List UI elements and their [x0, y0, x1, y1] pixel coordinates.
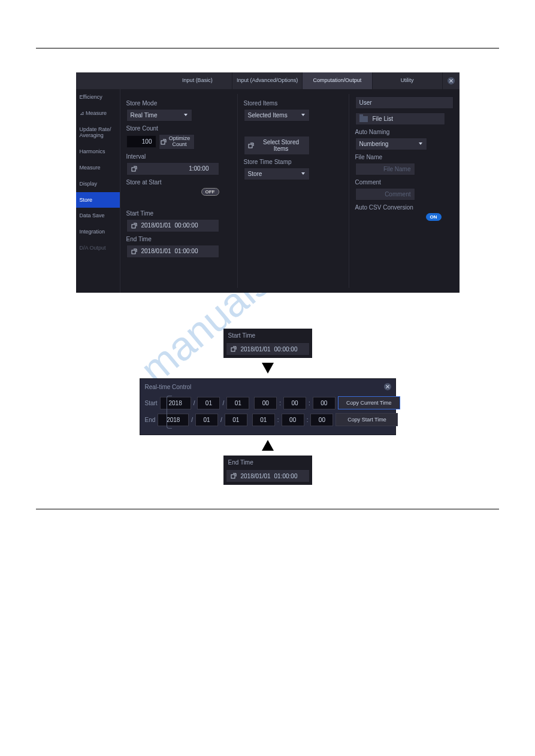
file-list-button[interactable]: File List: [355, 113, 445, 125]
panel-col2: Stored Items Selected Items Select Store…: [238, 94, 349, 288]
end-time-mini-field[interactable]: 2018/01/01 01:00:00: [226, 469, 310, 482]
realtime-illustration: Start Time 2018/01/01 00:00:00 Real-time…: [36, 329, 499, 485]
start-month[interactable]: 01: [197, 397, 220, 409]
row-bracket: [167, 396, 172, 429]
arrow-up-icon: [262, 440, 274, 451]
copy-current-time-button[interactable]: Copy Current Time: [338, 396, 400, 409]
config-panel: Input (Basic) Input (Advanced/Options) C…: [76, 72, 460, 293]
optimize-count-button[interactable]: Optimize Count: [159, 134, 195, 150]
divider-top: [36, 48, 499, 48]
input-store-count[interactable]: 100: [126, 135, 156, 148]
start-sec[interactable]: 00: [313, 397, 335, 409]
panel-col1: Store Mode Real Time Store Count 100 Opt…: [120, 94, 238, 288]
svg-rect-1: [161, 141, 165, 144]
label-store-mode: Store Mode: [126, 100, 231, 107]
tab-input-adv[interactable]: Input (Advanced/Options): [232, 72, 303, 89]
popout-icon: [248, 142, 255, 149]
start-time-mini: Start Time 2018/01/01 00:00:00: [223, 329, 312, 358]
start-time-mini-field[interactable]: 2018/01/01 00:00:00: [226, 342, 310, 356]
panel-col3: User File List Auto Naming Numbering Fil…: [349, 94, 460, 288]
close-icon[interactable]: [383, 382, 392, 392]
label-auto-naming: Auto Naming: [355, 129, 454, 135]
rtc-start-row: Start 2018/ 01/ 01 00: 00: 00 Copy Curre…: [145, 396, 391, 409]
interval-field[interactable]: 1:00:00: [126, 162, 219, 175]
label-comment: Comment: [355, 179, 454, 186]
label-start-time-mini: Start Time: [226, 331, 310, 342]
popout-icon: [131, 222, 138, 229]
toggle-auto-csv[interactable]: ON: [426, 213, 442, 221]
popout-icon: [230, 345, 237, 353]
start-min[interactable]: 00: [283, 397, 306, 409]
rtc-end-label: End: [145, 417, 156, 423]
dropdown-time-stamp[interactable]: Store: [244, 168, 310, 180]
rtc-start-label: Start: [145, 400, 158, 406]
popout-icon: [131, 165, 138, 172]
label-auto-csv: Auto CSV Conversion: [355, 204, 454, 211]
comment-field[interactable]: Comment: [355, 188, 415, 201]
tab-input-basic[interactable]: Input (Basic): [163, 72, 233, 89]
side-measure[interactable]: Measure: [76, 160, 120, 176]
arrow-down-icon: [262, 363, 274, 374]
file-name-field[interactable]: File Name: [355, 163, 415, 175]
label-store-at-start: Store at Start: [126, 179, 231, 186]
copy-start-time-button[interactable]: Copy Start Time: [335, 413, 398, 426]
end-month[interactable]: 01: [195, 414, 218, 426]
user-label-box: User: [355, 96, 454, 109]
label-stored-items: Stored Items: [244, 100, 343, 107]
chevron-down-icon: [301, 112, 306, 119]
sidebar: Efficiency ⊿ Measure Update Rate/ Averag…: [76, 89, 120, 293]
tabs-row: Input (Basic) Input (Advanced/Options) C…: [76, 72, 460, 89]
end-year[interactable]: 2018: [158, 414, 189, 426]
rtc-end-row: End 2018/ 01/ 01 01: 00: 00 Copy Start T…: [145, 413, 391, 426]
dropdown-stored-items[interactable]: Selected Items: [244, 109, 310, 122]
label-time-stamp: Store Time Stamp: [244, 159, 343, 165]
side-da-output[interactable]: D/A Output: [76, 240, 120, 256]
chevron-down-icon: [418, 141, 423, 147]
end-sec[interactable]: 00: [310, 414, 333, 426]
side-efficiency[interactable]: Efficiency: [76, 89, 120, 105]
folder-icon: [359, 116, 368, 122]
start-time-field[interactable]: 2018/01/01 00:00:00: [126, 219, 219, 232]
svg-rect-3: [132, 224, 135, 228]
svg-rect-8: [231, 475, 235, 478]
start-year[interactable]: 2018: [160, 397, 191, 409]
dropdown-auto-naming[interactable]: Numbering: [355, 138, 427, 150]
svg-rect-2: [132, 168, 135, 171]
end-min[interactable]: 00: [282, 414, 304, 426]
close-icon[interactable]: [443, 72, 460, 89]
chevron-down-icon: [183, 112, 188, 119]
side-update-rate[interactable]: Update Rate/ Averaging: [76, 122, 120, 144]
side-measure-delta[interactable]: ⊿ Measure: [76, 105, 120, 122]
side-display[interactable]: Display: [76, 176, 120, 192]
svg-rect-6: [231, 348, 235, 351]
label-file-name: File Name: [355, 154, 454, 160]
start-hour[interactable]: 00: [254, 397, 277, 409]
chevron-down-icon: [301, 171, 306, 177]
side-integration[interactable]: Integration: [76, 224, 120, 240]
svg-rect-4: [132, 250, 135, 254]
side-harmonics[interactable]: Harmonics: [76, 144, 120, 160]
label-start-time: Start Time: [126, 210, 231, 217]
dropdown-store-mode[interactable]: Real Time: [126, 109, 192, 122]
label-end-time-mini: End Time: [226, 458, 310, 469]
realtime-control-dialog: Real-time Control Start 2018/ 01/ 01 00:…: [140, 378, 396, 435]
label-store-count: Store Count: [126, 125, 231, 132]
side-data-save[interactable]: Data Save: [76, 208, 120, 224]
end-hour[interactable]: 01: [252, 414, 275, 426]
toggle-store-at-start[interactable]: OFF: [201, 188, 219, 196]
popout-icon: [161, 138, 167, 145]
tab-utility[interactable]: Utility: [373, 72, 443, 89]
side-store[interactable]: Store: [76, 192, 120, 208]
end-time-field[interactable]: 2018/01/01 01:00:00: [126, 245, 219, 258]
popout-icon: [230, 472, 237, 479]
popout-icon: [131, 248, 138, 255]
end-time-mini: End Time 2018/01/01 01:00:00: [223, 456, 312, 485]
start-day[interactable]: 01: [226, 397, 249, 409]
svg-rect-5: [249, 144, 252, 148]
label-interval: Interval: [126, 153, 231, 160]
label-end-time: End Time: [126, 236, 231, 242]
dialog-title: Real-time Control: [145, 384, 391, 390]
end-day[interactable]: 01: [225, 414, 247, 426]
select-stored-items-button[interactable]: Select Stored Items: [244, 136, 310, 155]
tab-computation[interactable]: Computation/Output: [303, 72, 373, 89]
